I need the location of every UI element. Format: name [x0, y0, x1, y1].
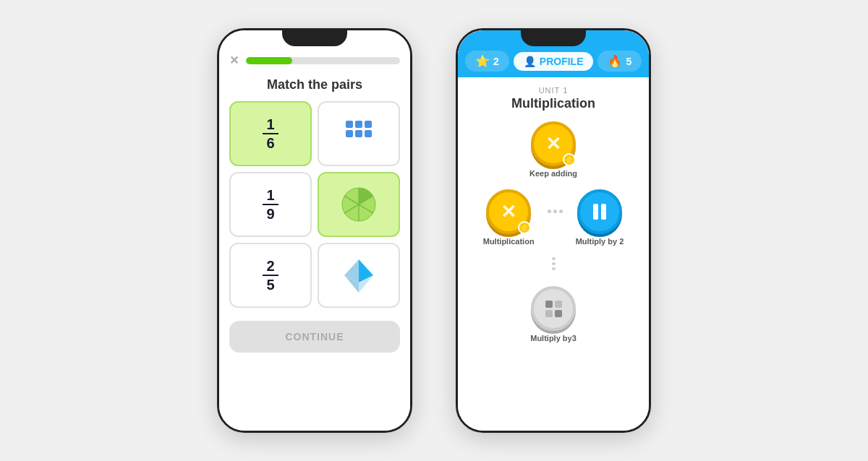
grid-icon	[346, 121, 372, 147]
lesson-keep-adding-wrap: ✕ ⭐ Keep adding	[529, 121, 577, 178]
pause-icon	[593, 204, 606, 220]
screen-container: ✕ Match the pairs 1 6	[0, 0, 868, 461]
node-star-2: ⭐	[518, 221, 531, 234]
node-star: ⭐	[563, 153, 576, 166]
right-phone: ⭐ 2 👤 PROFILE 🔥 5 UNIT 1 Multiplication	[456, 28, 651, 433]
lesson-multiply2-wrap: Multiply by 2	[576, 189, 624, 246]
pair-card-fraction-2-5[interactable]: 2 5	[229, 243, 312, 308]
lessons-container: ✕ ⭐ Keep adding ✕ ⭐ Multiplication	[458, 121, 649, 342]
lesson-node-keep-adding[interactable]: ✕ ⭐	[531, 121, 576, 166]
lesson-node-multiplication[interactable]: ✕ ⭐	[486, 189, 531, 234]
unit-title: Multiplication	[511, 96, 595, 111]
dot-connector-v	[552, 257, 556, 270]
fire-icon: 🔥	[608, 54, 622, 68]
left-phone-notch	[282, 30, 347, 46]
lesson-node-multiply3[interactable]	[531, 286, 576, 331]
close-button[interactable]: ✕	[229, 53, 239, 67]
continue-button[interactable]: CONTINUE	[229, 321, 400, 353]
right-phone-inner: ⭐ 2 👤 PROFILE 🔥 5 UNIT 1 Multiplication	[458, 30, 649, 431]
pair-card-fraction-1-9[interactable]: 1 9	[229, 172, 312, 237]
pair-card-grid[interactable]	[318, 101, 400, 166]
progress-bar	[246, 57, 400, 64]
lesson-row-2: ✕ ⭐ Multiplication	[465, 189, 642, 246]
pair-card-kite[interactable]	[318, 243, 400, 308]
node-grid-icon	[545, 301, 562, 317]
x-icon: ✕	[545, 133, 561, 155]
lesson-multiplication-wrap: ✕ ⭐ Multiplication	[483, 189, 535, 246]
top-bar: ✕	[219, 49, 410, 70]
unit-section: UNIT 1 Multiplication	[458, 77, 649, 121]
left-phone: ✕ Match the pairs 1 6	[217, 28, 412, 433]
lesson-node-multiply2[interactable]	[577, 189, 622, 234]
pairs-grid: 1 6	[219, 101, 410, 308]
star-icon: ⭐	[475, 54, 490, 68]
lesson-label-keep-adding: Keep adding	[529, 169, 577, 178]
fraction-1-9: 1 9	[263, 188, 278, 221]
right-phone-notch	[521, 30, 586, 46]
x-icon-2: ✕	[501, 201, 516, 223]
exercise-title: Match the pairs	[267, 77, 362, 92]
lesson-multiply3-wrap: Multiply by3	[530, 286, 576, 342]
lesson-label-multiply2: Multiply by 2	[576, 237, 624, 246]
fire-button[interactable]: 🔥 5	[597, 51, 642, 72]
left-phone-inner: ✕ Match the pairs 1 6	[219, 30, 410, 431]
profile-button[interactable]: 👤 PROFILE	[514, 52, 594, 71]
pair-card-pie[interactable]	[318, 172, 400, 237]
fraction-1-6: 1 6	[263, 117, 278, 150]
stars-button[interactable]: ⭐ 2	[465, 51, 509, 72]
lesson-label-multiply3: Multiply by3	[530, 334, 576, 342]
progress-fill	[246, 57, 292, 64]
fraction-2-5: 2 5	[263, 259, 278, 292]
pie-icon	[340, 186, 378, 223]
unit-label: UNIT 1	[539, 86, 569, 95]
lesson-label-multiplication: Multiplication	[483, 237, 535, 246]
kite-icon	[340, 257, 378, 294]
pair-card-fraction-1-6[interactable]: 1 6	[229, 101, 312, 166]
dot-connector	[548, 210, 563, 213]
profile-icon: 👤	[524, 56, 536, 67]
